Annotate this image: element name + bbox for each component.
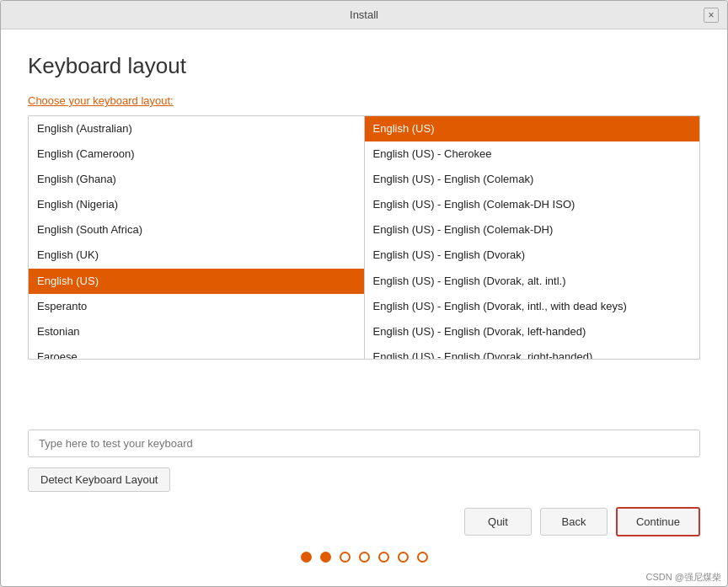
main-content: Keyboard layout Choose your keyboard lay… [1, 29, 727, 586]
progress-dots [28, 552, 700, 563]
bottom-row: Quit Back Continue [28, 507, 700, 536]
detect-keyboard-layout-button[interactable]: Detect Keyboard Layout [28, 467, 170, 492]
quit-button[interactable]: Quit [464, 508, 532, 536]
back-button[interactable]: Back [540, 508, 608, 536]
variant-list-item[interactable]: English (US) [365, 116, 700, 141]
progress-dot-6 [417, 552, 428, 563]
variant-list-item[interactable]: English (US) - English (Dvorak, intl., w… [365, 294, 700, 319]
page-title: Keyboard layout [28, 53, 700, 79]
language-list-item[interactable]: Faroese [29, 344, 364, 360]
variant-list[interactable]: English (US)English (US) - CherokeeEngli… [364, 115, 701, 360]
variant-list-item[interactable]: English (US) - English (Colemak) [365, 167, 700, 192]
progress-dot-3 [359, 552, 370, 563]
progress-dot-1 [320, 552, 331, 563]
language-list-item[interactable]: English (South Africa) [29, 217, 364, 243]
detect-btn-row: Detect Keyboard Layout [28, 467, 700, 507]
keyboard-test-input[interactable] [28, 430, 700, 457]
language-list-item[interactable]: English (UK) [29, 243, 364, 268]
keyboard-lists-row: English (Australian)English (Cameroon)En… [28, 115, 700, 419]
variant-list-item[interactable]: English (US) - English (Dvorak) [365, 243, 700, 268]
progress-dot-2 [340, 552, 351, 563]
language-list-item[interactable]: English (Nigeria) [29, 192, 364, 217]
continue-button[interactable]: Continue [616, 507, 700, 536]
variant-list-item[interactable]: English (US) - English (Colemak-DH) [365, 217, 700, 243]
close-button[interactable]: × [704, 8, 719, 23]
language-list-item[interactable]: English (Cameroon) [29, 141, 364, 167]
watermark: CSDN @强尼煤柴 [646, 571, 721, 584]
language-list-item[interactable]: English (Australian) [29, 116, 364, 141]
language-list-item[interactable]: English (Ghana) [29, 167, 364, 192]
language-list-item[interactable]: English (US) [29, 269, 364, 294]
subtitle-text: Choose your keyboard layout: [28, 94, 174, 107]
progress-dot-4 [378, 552, 389, 563]
variant-list-item[interactable]: English (US) - English (Colemak-DH ISO) [365, 192, 700, 217]
window-title: Install [350, 8, 378, 21]
language-list-item[interactable]: Esperanto [29, 294, 364, 319]
language-list-item[interactable]: Estonian [29, 319, 364, 344]
keyboard-test-row [28, 430, 700, 457]
variant-list-item[interactable]: English (US) - English (Dvorak, right-ha… [365, 344, 700, 360]
install-window: Install × Keyboard layout Choose your ke… [0, 0, 728, 587]
progress-dot-5 [398, 552, 409, 563]
variant-list-item[interactable]: English (US) - English (Dvorak, left-han… [365, 319, 700, 344]
language-list[interactable]: English (Australian)English (Cameroon)En… [28, 115, 364, 360]
subtitle: Choose your keyboard layout: [28, 94, 700, 107]
progress-dot-0 [301, 552, 312, 563]
variant-list-item[interactable]: English (US) - English (Dvorak, alt. int… [365, 269, 700, 294]
titlebar: Install × [1, 1, 727, 29]
variant-list-item[interactable]: English (US) - Cherokee [365, 141, 700, 167]
